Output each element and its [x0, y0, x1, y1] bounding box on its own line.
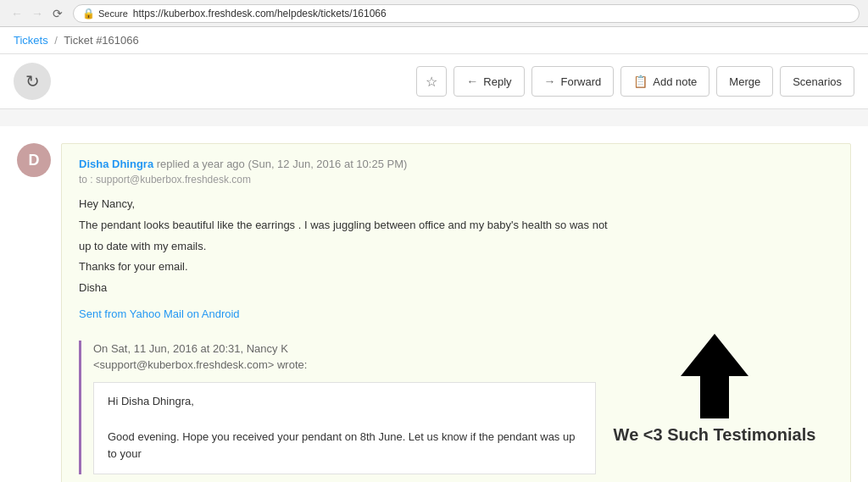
quoted-section: On Sat, 11 Jun, 2016 at 20:31, Nancy K <…: [79, 341, 596, 474]
divider: [0, 109, 868, 118]
quoted-wrapper: On Sat, 11 Jun, 2016 at 20:31, Nancy K <…: [79, 334, 596, 474]
main-content: D Disha Dhingra replied a year ago (Sun,…: [0, 126, 868, 482]
email-sign: Disha: [79, 280, 833, 297]
avatar: D: [17, 143, 51, 177]
email-body-line2: up to date with my emails.: [79, 238, 833, 256]
svg-marker-0: [681, 334, 748, 418]
annotation-container: On Sat, 11 Jun, 2016 at 20:31, Nancy K <…: [79, 334, 833, 474]
back-button[interactable]: ←: [8, 5, 25, 22]
quoted-header-line1: On Sat, 11 Jun, 2016 at 20:31, Nancy K: [93, 341, 596, 357]
toolbar-right: ☆ ← Reply → Forward 📋 Add note Merge Sce…: [416, 66, 854, 97]
nav-buttons: ← → ⟳: [8, 5, 66, 22]
scenarios-label: Scenarios: [793, 75, 842, 88]
star-icon: ☆: [426, 74, 437, 90]
quoted-header: On Sat, 11 Jun, 2016 at 20:31, Nancy K <…: [93, 341, 596, 374]
scenarios-button[interactable]: Scenarios: [780, 66, 854, 97]
add-note-button[interactable]: 📋 Add note: [620, 66, 709, 97]
toolbar: ↻ ☆ ← Reply → Forward 📋 Add note Merge S…: [0, 54, 868, 109]
forward-button[interactable]: → Forward: [531, 66, 615, 97]
url-text: https://kuberbox.freshdesk.com/helpdesk/…: [133, 8, 387, 19]
forward-label: Forward: [561, 75, 602, 88]
sender-name: Disha Dhingra: [79, 158, 153, 170]
quoted-content: Hi Disha Dhingra, Good evening. Hope you…: [93, 382, 596, 474]
secure-label: Secure: [98, 8, 128, 19]
reply-meta: replied a year ago (Sun, 12 Jun, 2016 at…: [157, 158, 408, 170]
email-from: Disha Dhingra replied a year ago (Sun, 1…: [79, 158, 833, 170]
to-address: support@kuberbox.freshdesk.com: [96, 174, 251, 186]
email-item: D Disha Dhingra replied a year ago (Sun,…: [17, 143, 851, 482]
add-note-icon: 📋: [633, 75, 648, 88]
ticket-number: Ticket #161066: [64, 34, 138, 47]
merge-label: Merge: [729, 75, 760, 88]
email-text: Hey Nancy, The pendant looks beautiful l…: [79, 196, 833, 297]
secure-badge: 🔒 Secure: [82, 8, 128, 19]
email-body-line1: The pendant looks beautiful like the ear…: [79, 217, 833, 235]
email-header: Disha Dhingra replied a year ago (Sun, 1…: [79, 158, 833, 186]
testimonial-text: We <3 Such Testimonials: [614, 425, 816, 445]
reply-icon: ←: [466, 75, 478, 88]
email-body-line3: Thanks for your email.: [79, 258, 833, 276]
refresh-button[interactable]: ↻: [14, 63, 51, 100]
app-header: Tickets / Ticket #161066: [0, 27, 868, 54]
quoted-header-line2: <support@kuberbox.freshdesk.com> wrote:: [93, 357, 596, 374]
add-note-label: Add note: [653, 75, 697, 88]
email-body-container: Disha Dhingra replied a year ago (Sun, 1…: [61, 143, 851, 482]
merge-button[interactable]: Merge: [716, 66, 773, 97]
lock-icon: 🔒: [82, 8, 95, 19]
email-greeting: Hey Nancy,: [79, 196, 833, 213]
reply-button[interactable]: ← Reply: [453, 66, 524, 97]
email-to: to : support@kuberbox.freshdesk.com: [79, 174, 833, 186]
email-thread: D Disha Dhingra replied a year ago (Sun,…: [0, 143, 868, 482]
tickets-link[interactable]: Tickets: [14, 34, 48, 47]
to-label: to :: [79, 174, 93, 186]
annotation-area: Sent from Yahoo Mail on Android On Sat, …: [79, 307, 833, 474]
yahoo-mail-link[interactable]: Sent from Yahoo Mail on Android: [79, 307, 833, 320]
arrow-up-svg: [681, 334, 748, 418]
reload-button[interactable]: ⟳: [49, 5, 66, 22]
toolbar-left: ↻: [14, 63, 51, 100]
forward-icon: →: [544, 75, 556, 88]
browser-bar: ← → ⟳ 🔒 Secure https://kuberbox.freshdes…: [0, 0, 868, 27]
star-button[interactable]: ☆: [416, 66, 447, 97]
breadcrumb: Tickets / Ticket #161066: [14, 34, 854, 47]
quoted-body: Good evening. Hope you received your pen…: [108, 429, 581, 464]
url-bar[interactable]: 🔒 Secure https://kuberbox.freshdesk.com/…: [73, 4, 860, 23]
reply-label: Reply: [483, 75, 511, 88]
arrow-annotation: We <3 Such Testimonials: [596, 334, 833, 445]
quoted-greeting: Hi Disha Dhingra,: [108, 393, 581, 411]
forward-nav-button[interactable]: →: [29, 5, 46, 22]
breadcrumb-separator: /: [54, 34, 58, 47]
refresh-icon: ↻: [25, 71, 40, 91]
